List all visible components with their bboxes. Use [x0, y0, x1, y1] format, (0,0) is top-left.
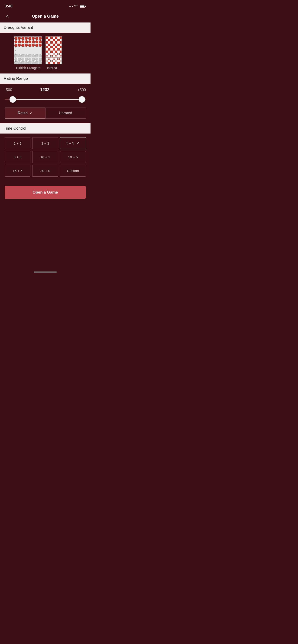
- svg-text:2: 2: [15, 56, 16, 59]
- svg-point-67: [32, 40, 35, 43]
- svg-point-60: [36, 37, 38, 40]
- time-15plus5[interactable]: 15 + 5: [5, 165, 31, 177]
- svg-rect-151: [46, 48, 48, 50]
- svg-rect-141: [60, 44, 62, 46]
- variant-scroll: /* done via rect elements below */: [0, 33, 91, 74]
- svg-point-83: [32, 54, 35, 57]
- rating-range-header: Rating Range: [0, 74, 91, 84]
- svg-point-75: [32, 44, 35, 47]
- slider-thumb-right[interactable]: [79, 96, 85, 103]
- svg-point-79: [18, 54, 21, 57]
- svg-rect-2: [80, 6, 85, 7]
- svg-rect-159: [46, 50, 48, 53]
- svg-point-56: [22, 37, 24, 40]
- svg-point-82: [29, 54, 31, 57]
- variant-international[interactable]: Interna…: [46, 36, 62, 70]
- svg-point-237: [55, 60, 57, 62]
- rated-unrated-toggle: Rated ✓ Unrated: [5, 108, 86, 119]
- svg-point-80: [22, 54, 24, 57]
- svg-rect-163: [55, 50, 57, 53]
- back-button[interactable]: <: [4, 12, 11, 20]
- home-indicator: [34, 272, 57, 272]
- svg-point-98: [29, 62, 31, 64]
- svg-point-97: [25, 62, 28, 64]
- svg-rect-192: [48, 60, 50, 62]
- svg-rect-137: [50, 44, 53, 46]
- svg-text:1: 1: [15, 60, 16, 62]
- svg-rect-185: [50, 58, 53, 60]
- open-game-section: Open a Game: [0, 180, 91, 206]
- svg-point-57: [25, 37, 28, 40]
- svg-point-207: [46, 37, 48, 39]
- svg-rect-130: [53, 41, 55, 44]
- svg-rect-28: [14, 47, 42, 50]
- open-game-button[interactable]: Open a Game: [5, 186, 86, 199]
- time-10plus1[interactable]: 10 + 1: [32, 151, 58, 163]
- rating-slider[interactable]: [5, 96, 86, 103]
- svg-point-225: [58, 53, 59, 55]
- svg-rect-123: [55, 39, 57, 41]
- time-2plus2[interactable]: 2 + 2: [5, 137, 31, 149]
- time-5plus5[interactable]: 5 + 5 ✓: [60, 137, 86, 149]
- svg-rect-189: [60, 58, 62, 60]
- variant-turkish[interactable]: /* done via rect elements below */: [14, 36, 42, 70]
- time-8plus5[interactable]: 8 + 5: [5, 151, 31, 163]
- svg-rect-148: [57, 46, 60, 48]
- svg-point-65: [25, 40, 28, 43]
- svg-rect-183: [46, 58, 48, 60]
- svg-rect-145: [50, 46, 53, 48]
- time-30plus0[interactable]: 30 + 0: [32, 165, 58, 177]
- svg-rect-125: [60, 39, 62, 41]
- svg-point-210: [60, 37, 62, 39]
- svg-point-230: [60, 56, 62, 57]
- svg-point-220: [53, 44, 55, 46]
- svg-rect-144: [48, 46, 50, 48]
- svg-point-227: [46, 56, 48, 57]
- time-10plus5[interactable]: 10 + 5: [60, 151, 86, 163]
- slider-thumb-left[interactable]: [10, 96, 16, 103]
- variant-board-international: [46, 36, 62, 64]
- svg-rect-121: [50, 39, 53, 41]
- svg-rect-157: [60, 48, 62, 50]
- variant-board-turkish: /* done via rect elements below */: [14, 36, 42, 64]
- time-grid: 2 + 2 3 + 3 5 + 5 ✓ 8 + 5 10 + 1 10 + 5 …: [5, 137, 86, 177]
- svg-rect-147: [55, 46, 57, 48]
- svg-rect-171: [55, 53, 57, 55]
- status-time: 3:40: [5, 4, 13, 8]
- time-5plus5-checkmark: ✓: [77, 141, 80, 145]
- svg-point-218: [60, 42, 62, 43]
- svg-point-90: [29, 58, 31, 61]
- svg-rect-29: [14, 50, 42, 54]
- svg-rect-187: [55, 58, 57, 60]
- svg-point-92: [36, 58, 38, 61]
- time-custom[interactable]: Custom: [60, 165, 86, 177]
- svg-point-99: [32, 62, 35, 64]
- svg-point-71: [18, 44, 21, 47]
- rating-max: +500: [78, 88, 86, 92]
- svg-point-89: [25, 58, 28, 61]
- svg-rect-112: [48, 37, 50, 39]
- svg-rect-178: [53, 55, 55, 58]
- slider-fill: [13, 99, 82, 100]
- svg-point-77: [39, 44, 42, 47]
- svg-rect-153: [50, 48, 53, 50]
- svg-rect-132: [57, 41, 60, 44]
- rated-button[interactable]: Rated ✓: [5, 108, 45, 119]
- svg-rect-201: [50, 62, 53, 64]
- svg-rect-114: [53, 37, 55, 39]
- svg-point-208: [51, 37, 53, 39]
- svg-rect-160: [48, 50, 50, 53]
- svg-rect-200: [48, 62, 50, 64]
- time-control-header: Time Control: [0, 123, 91, 134]
- svg-rect-146: [53, 46, 55, 48]
- time-3plus3[interactable]: 3 + 3: [32, 137, 58, 149]
- svg-rect-205: [60, 62, 62, 64]
- unrated-button[interactable]: Unrated: [45, 108, 86, 119]
- svg-rect-164: [57, 50, 60, 53]
- svg-rect-176: [48, 55, 50, 58]
- svg-point-91: [32, 58, 35, 61]
- svg-point-88: [22, 58, 24, 61]
- draughts-variant-header: Draughts Variant: [0, 22, 91, 33]
- svg-point-64: [22, 40, 24, 43]
- svg-point-69: [39, 40, 42, 43]
